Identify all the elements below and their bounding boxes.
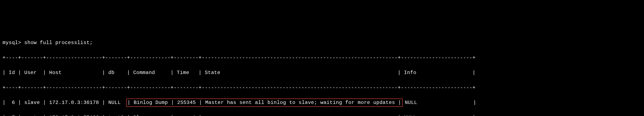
table-mid-border: +----+-------+------------------+-------…: [2, 84, 642, 91]
highlighted-binlog-dump: | Binlog Dump | 255345 | Master has sent…: [126, 99, 402, 107]
table-header: | Id | User | Host | db | Command | Time…: [2, 69, 642, 76]
sql-command: show full processlist;: [24, 40, 93, 46]
row-suffix: NULL |: [402, 100, 476, 105]
row-prefix: | 6 | slave | 172.17.0.3:36178 | NULL: [2, 100, 127, 105]
table-row: | 6 | slave | 172.17.0.3:36178 | NULL | …: [2, 99, 642, 107]
terminal-output: mysql> show full processlist; +----+----…: [2, 32, 642, 116]
table-row: | 7 | root | 172.17.0.1:57466 | test0 | …: [2, 114, 642, 116]
prompt-line: mysql> show full processlist;: [2, 39, 642, 47]
mysql-prompt: mysql>: [2, 40, 21, 46]
table-top-border: +----+-------+------------------+-------…: [2, 54, 642, 61]
